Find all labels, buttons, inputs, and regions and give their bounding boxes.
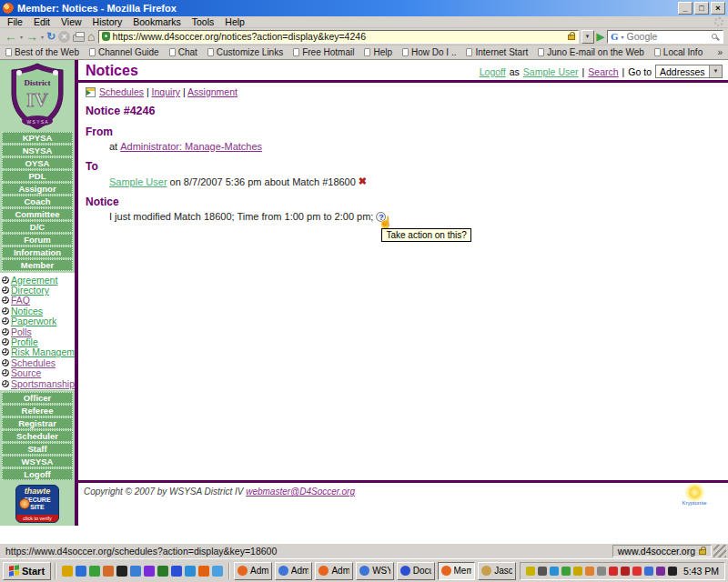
sidebar-button-coach[interactable]: Coach (2, 196, 73, 207)
search-link[interactable]: Search (588, 66, 618, 77)
tray-icon[interactable] (573, 567, 582, 576)
minimize-button[interactable]: _ (678, 2, 693, 15)
msn-icon[interactable] (89, 566, 100, 577)
messenger-icon[interactable] (212, 566, 223, 577)
bookmark-internet-start[interactable]: Internet Start (466, 47, 528, 57)
bookmark-free-hotmail[interactable]: Free Hotmail (293, 47, 354, 57)
bookmark-juno-e-mail-on-the-web[interactable]: Juno E-mail on the Web (538, 47, 644, 57)
webmaster-link[interactable]: webmaster@D4Soccer.org (246, 487, 355, 497)
command-prompt-icon[interactable] (116, 566, 127, 577)
sidebar-link-paperwork[interactable]: Paperwork (11, 316, 56, 326)
sidebar-link-risk-management[interactable]: Risk Management (11, 346, 75, 357)
sidebar-button-pdl[interactable]: PDL (2, 170, 73, 182)
menu-view[interactable]: View (56, 16, 87, 27)
url-input[interactable] (113, 31, 565, 42)
back-dropdown-icon[interactable]: ▾ (20, 34, 23, 40)
sidebar-button-nsysa[interactable]: NSYSA (2, 145, 73, 156)
go-button[interactable] (597, 31, 604, 43)
tray-icon[interactable] (668, 567, 677, 576)
tray-icon[interactable] (526, 567, 535, 576)
sidebar-button-scheduler[interactable]: Scheduler (2, 430, 73, 442)
url-dropdown-button[interactable] (581, 30, 594, 44)
bookmark-channel-guide[interactable]: Channel Guide (89, 47, 159, 57)
sidebar-button-member[interactable]: Member (2, 259, 73, 271)
logoff-link[interactable]: Logoff (480, 66, 506, 77)
sidebar-button-officer[interactable]: Officer (2, 392, 73, 404)
to-user-link[interactable]: Sample User (109, 176, 167, 187)
thawte-secure-site-badge[interactable]: thawte SECURE SITE click to verify (15, 485, 59, 523)
taskbar-task-jasc-pai[interactable]: Jasc Pai... (478, 562, 516, 580)
user-link[interactable]: Sample User (523, 66, 579, 77)
bookmark-best-of-the-web[interactable]: Best of the Web (5, 47, 79, 57)
forward-button[interactable] (25, 29, 38, 44)
taskbar-task-administ[interactable]: Administ... (275, 562, 313, 580)
sidebar-button-assignor[interactable]: Assignor (2, 183, 73, 195)
maximize-button[interactable]: □ (694, 2, 709, 15)
bookmarks-overflow-chevron[interactable]: » (712, 47, 723, 57)
sidebar-link-profile[interactable]: Profile (11, 336, 38, 347)
sidebar-link-directory[interactable]: Directory (11, 285, 49, 296)
sidebar-button-logoff[interactable]: Logoff (2, 468, 73, 480)
menu-bookmarks[interactable]: Bookmarks (127, 16, 187, 27)
acrobat-icon[interactable] (144, 566, 155, 577)
tray-icon[interactable] (621, 567, 630, 576)
taskbar-task-wsysa[interactable]: WSYSA ... (356, 562, 394, 580)
menu-file[interactable]: File (2, 16, 28, 27)
subnav-link-schedules[interactable]: Schedules (99, 86, 144, 97)
chevron-down-icon[interactable] (709, 65, 722, 77)
sidebar-link-faq[interactable]: FAQ (11, 295, 30, 306)
menu-edit[interactable]: Edit (28, 16, 56, 27)
sidebar-button-wsysa[interactable]: WSYSA (2, 456, 73, 467)
taskbar-task-administ[interactable]: Administ... (234, 562, 272, 580)
sidebar-link-schedules[interactable]: Schedules (11, 357, 56, 368)
home-button[interactable] (87, 30, 95, 44)
goto-select[interactable]: Addresses (655, 65, 723, 78)
sidebar-button-referee[interactable]: Referee (2, 405, 73, 416)
close-button[interactable]: × (711, 2, 725, 15)
search-icon[interactable] (130, 566, 141, 577)
tray-icon[interactable] (550, 567, 559, 576)
taskbar-task-membe[interactable]: Membe... (438, 562, 476, 580)
tray-icon[interactable] (597, 567, 606, 576)
internet-explorer-icon[interactable] (76, 566, 86, 577)
delete-x-icon[interactable]: ✖ (359, 176, 367, 187)
tray-icon[interactable] (609, 567, 618, 576)
bookmark-customize-links[interactable]: Customize Links (207, 47, 283, 57)
sidebar-button-registrar[interactable]: Registrar (2, 417, 73, 429)
print-icon[interactable] (73, 35, 85, 42)
from-link[interactable]: Administrator: Manage-Matches (120, 141, 262, 152)
search-icon[interactable] (712, 34, 717, 39)
forward-dropdown-icon[interactable]: ▾ (41, 34, 44, 40)
word-icon[interactable] (171, 566, 182, 577)
sidebar-button-committee[interactable]: Committee (2, 208, 73, 220)
firefox-icon[interactable] (198, 566, 209, 577)
sidebar-link-sportsmanship[interactable]: Sportsmanship (11, 378, 75, 389)
sidebar-button-forum[interactable]: Forum (2, 234, 73, 246)
reload-button[interactable] (46, 30, 56, 43)
media-player-icon[interactable] (185, 566, 196, 577)
bookmark-how-do-i[interactable]: How Do I .. (402, 47, 456, 57)
sidebar-button-oysa[interactable]: OYSA (2, 157, 73, 169)
menu-help[interactable]: Help (219, 16, 250, 27)
outlook-icon[interactable] (62, 566, 73, 577)
tray-icon[interactable] (632, 567, 642, 576)
stop-button[interactable] (58, 31, 70, 43)
powerpoint-icon[interactable] (103, 566, 114, 577)
sidebar-link-source[interactable]: Source (11, 367, 41, 378)
tray-icon[interactable] (656, 567, 665, 576)
tray-icon[interactable] (538, 567, 547, 576)
menu-history[interactable]: History (87, 16, 128, 27)
bookmark-help[interactable]: Help (364, 47, 392, 57)
taskbar-task-docume[interactable]: Docume... (397, 562, 435, 580)
sidebar-button-staff[interactable]: Staff (2, 443, 73, 455)
back-button[interactable] (5, 29, 17, 44)
search-input[interactable] (627, 31, 709, 42)
sidebar-button-kpysa[interactable]: KPYSA (2, 132, 73, 144)
resize-grip[interactable] (713, 545, 726, 557)
excel-icon[interactable] (157, 566, 168, 577)
sidebar-button-d-c[interactable]: D/C (2, 221, 73, 233)
bookmark-local-info[interactable]: Local Info (654, 47, 703, 57)
sidebar-link-notices[interactable]: Notices (11, 306, 43, 316)
bookmark-chat[interactable]: Chat (169, 47, 197, 57)
search-engine-dropdown-icon[interactable]: ▾ (622, 34, 624, 40)
